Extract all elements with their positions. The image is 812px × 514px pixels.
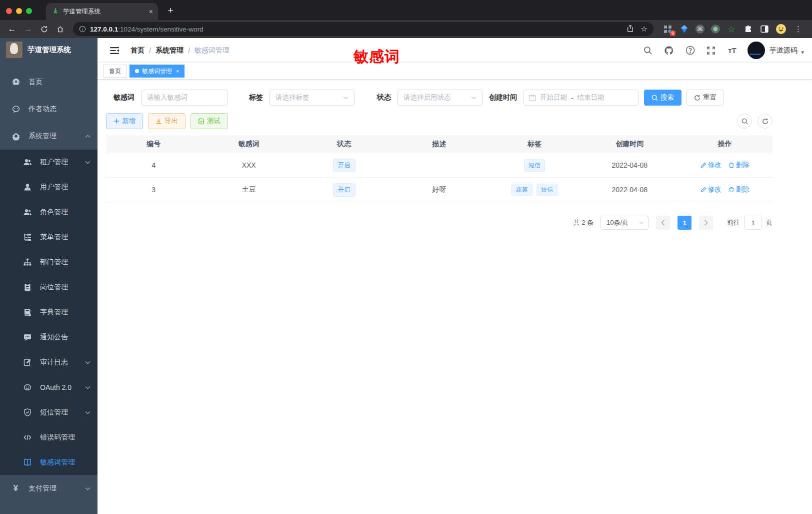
home-button[interactable] — [53, 22, 67, 36]
col-tags: 标签 — [487, 140, 582, 149]
next-page-button[interactable] — [699, 216, 713, 230]
extension-puzzle-icon[interactable] — [743, 24, 753, 34]
chevron-down-icon — [85, 161, 90, 164]
message-dots-icon — [22, 333, 32, 342]
extension-command-icon[interactable]: ⌘ — [696, 25, 704, 34]
add-button[interactable]: 新增 — [106, 113, 143, 129]
tab-close-icon[interactable]: × — [176, 68, 179, 74]
edit-link[interactable]: 修改 — [700, 185, 722, 194]
sidebar-item-error-code[interactable]: 错误码管理 — [0, 425, 98, 450]
gear-icon — [11, 132, 20, 141]
sidebar-item-dept[interactable]: 部门管理 — [0, 250, 98, 275]
user-menu[interactable]: 芋道源码 ▾ — [748, 42, 804, 59]
sensitive-word-table: 编号 敏感词 状态 描述 标签 创建时间 操作 4 XXX 开启 短信 2022… — [106, 135, 772, 202]
minimize-window-button[interactable] — [16, 8, 22, 14]
sidebar-item-oauth[interactable]: OAuth 2.0 — [0, 375, 98, 400]
extension-recorder-icon[interactable] — [711, 25, 720, 34]
back-button[interactable]: ← — [5, 22, 19, 36]
browser-tab[interactable]: 芋道管理系统 × — [46, 3, 158, 20]
system-submenu: 租户管理 用户管理 角色管理 — [0, 150, 98, 475]
date-label: 创建时间 — [489, 93, 517, 102]
sidebar-item-role[interactable]: 角色管理 — [0, 200, 98, 225]
address-bar[interactable]: 127.0.0.1:1024/system/sensitive-word ☆ — [73, 22, 654, 36]
page-content: 敏感词 请输入敏感词 标签 请选择标签 状态 请选择启用状态 — [98, 80, 812, 230]
page-size-select[interactable]: 10条/页 — [600, 216, 648, 230]
status-badge: 开启 — [333, 183, 356, 197]
side-panel-icon[interactable] — [760, 24, 770, 34]
new-tab-button[interactable]: + — [164, 5, 177, 16]
robot-chat-icon — [11, 105, 20, 114]
refresh-table-button[interactable] — [758, 114, 772, 129]
github-icon[interactable] — [664, 45, 674, 56]
cell-description: 好呀 — [392, 185, 486, 194]
browser-menu-icon[interactable]: ⋮ — [792, 25, 804, 34]
user-avatar — [748, 42, 765, 59]
search-icon[interactable] — [642, 45, 654, 56]
edit-link[interactable]: 修改 — [700, 161, 722, 170]
users-icon — [22, 158, 32, 167]
tab-sensitive-word[interactable]: 敏感词管理 × — [130, 65, 184, 78]
search-button[interactable]: 搜索 — [644, 90, 682, 106]
delete-link[interactable]: 删除 — [728, 185, 750, 194]
test-button[interactable]: 测试 — [190, 113, 228, 129]
sidebar-item-system[interactable]: 系统管理 — [0, 123, 98, 150]
keyword-input[interactable]: 请输入敏感词 — [141, 90, 228, 106]
status-select[interactable]: 请选择启用状态 — [398, 90, 482, 106]
close-window-button[interactable] — [6, 8, 12, 14]
url-path: :1024/system/sensitive-word — [118, 26, 203, 33]
breadcrumb-section[interactable]: 系统管理 — [156, 46, 184, 55]
chevron-down-icon — [639, 221, 644, 224]
delete-link[interactable]: 删除 — [728, 161, 750, 170]
profile-avatar-icon[interactable] — [776, 24, 786, 34]
sidebar-item-home[interactable]: 首页 — [0, 69, 98, 96]
sidebar-fold-icon[interactable] — [106, 42, 124, 60]
extension-grid-icon[interactable]: 9 — [662, 24, 672, 34]
help-icon[interactable] — [684, 45, 696, 56]
page-number-1[interactable]: 1 — [678, 216, 692, 230]
sidebar-item-label: 部门管理 — [40, 258, 68, 267]
forward-button[interactable]: → — [21, 22, 35, 36]
open-book-icon — [22, 458, 32, 467]
sidebar-item-tenant[interactable]: 租户管理 — [0, 150, 98, 175]
breadcrumb-home[interactable]: 首页 — [130, 46, 144, 55]
role-users-icon — [22, 208, 32, 217]
prev-page-button[interactable] — [656, 216, 670, 230]
sidebar-item-notice[interactable]: 通知公告 — [0, 325, 98, 350]
sidebar-item-dict[interactable]: 字典管理 — [0, 300, 98, 325]
sidebar-item-author-news[interactable]: 作者动态 — [0, 96, 98, 123]
tag-select[interactable]: 请选择标签 — [270, 90, 354, 106]
red-watermark-text: 敏感词 — [354, 47, 400, 67]
extension-star-icon[interactable]: ☆ — [726, 24, 736, 34]
app-logo[interactable]: 芋道管理系统 — [0, 38, 98, 61]
tab-close-icon[interactable]: × — [149, 8, 153, 16]
tab-home[interactable]: 首页 — [104, 65, 126, 78]
sidebar-item-user[interactable]: 用户管理 — [0, 175, 98, 200]
date-range-picker[interactable]: 开始日期 - 结束日期 — [524, 90, 638, 106]
app-title: 芋道管理系统 — [28, 45, 71, 55]
sidebar-item-sms[interactable]: 短信管理 — [0, 400, 98, 425]
sidebar-item-pay[interactable]: ¥ 支付管理 — [0, 475, 98, 502]
export-button[interactable]: 导出 — [148, 113, 186, 129]
toggle-search-button[interactable] — [737, 114, 752, 129]
bookmark-star-icon[interactable]: ☆ — [641, 25, 648, 34]
edit-link-label: 修改 — [708, 161, 722, 170]
maximize-window-button[interactable] — [26, 8, 32, 14]
share-icon[interactable] — [626, 25, 634, 34]
cell-created: 2022-04-08 — [582, 161, 677, 169]
chevron-down-icon — [85, 487, 90, 490]
fullscreen-icon[interactable] — [706, 45, 716, 56]
tag-placeholder: 请选择标签 — [276, 93, 310, 102]
sidebar-item-sensitive-word[interactable]: 敏感词管理 — [0, 450, 98, 475]
reset-button[interactable]: 重置 — [686, 90, 724, 106]
reload-button[interactable] — [37, 22, 51, 36]
sidebar-item-label: 审计日志 — [40, 358, 68, 367]
sidebar-item-menu[interactable]: 菜单管理 — [0, 225, 98, 250]
font-size-icon[interactable]: тT — [726, 45, 738, 56]
sidebar-item-audit-log[interactable]: 审计日志 — [0, 350, 98, 375]
extension-kite-icon[interactable] — [679, 24, 689, 34]
pagination-total: 共 2 条 — [574, 218, 594, 227]
org-chart-icon — [22, 258, 32, 267]
site-info-icon[interactable] — [79, 26, 86, 33]
sidebar-item-post[interactable]: 岗位管理 — [0, 275, 98, 300]
goto-page-input[interactable]: 1 — [744, 216, 762, 230]
